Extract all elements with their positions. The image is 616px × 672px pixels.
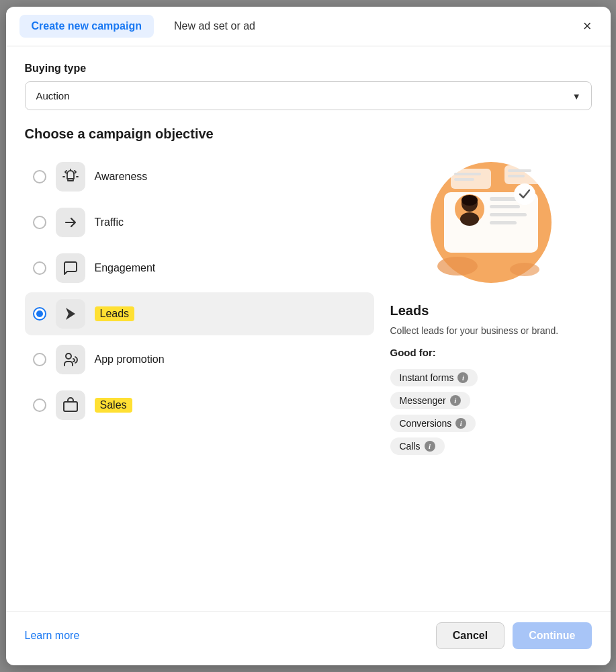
objective-leads[interactable]: Leads (25, 292, 374, 335)
close-button[interactable]: × (578, 16, 597, 36)
awareness-icon-box (56, 162, 85, 192)
content-area: Awareness Traffic (25, 155, 592, 455)
sales-icon-box (56, 390, 85, 420)
detail-description: Collect leads for your business or brand… (390, 325, 592, 336)
tag-calls[interactable]: Calls i (390, 437, 445, 455)
objective-sales[interactable]: Sales (25, 384, 374, 427)
radio-engagement[interactable] (33, 261, 46, 275)
info-icon-instant-forms[interactable]: i (457, 372, 468, 383)
info-icon-conversions[interactable]: i (455, 418, 466, 429)
modal-footer: Learn more Cancel Continue (6, 611, 611, 665)
leads-icon (62, 306, 79, 322)
radio-app-promotion[interactable] (33, 353, 46, 366)
tag-calls-label: Calls (400, 441, 421, 452)
app-promotion-label: App promotion (95, 353, 165, 366)
svg-rect-12 (490, 221, 517, 224)
continue-button[interactable]: Continue (513, 622, 591, 649)
campaign-modal: Create new campaign New ad set or ad × B… (6, 7, 611, 665)
traffic-label: Traffic (95, 216, 124, 228)
section-title: Choose a campaign objective (25, 126, 592, 142)
buying-type-select[interactable]: Auction Reach and Frequency (25, 81, 592, 110)
tab-create-campaign[interactable]: Create new campaign (19, 15, 155, 38)
cancel-button[interactable]: Cancel (436, 622, 504, 649)
engagement-icon-box (56, 253, 85, 283)
awareness-icon (62, 169, 79, 185)
svg-point-15 (510, 263, 539, 276)
traffic-icon-box (56, 208, 85, 237)
svg-point-1 (66, 353, 71, 359)
leads-label: Leads (95, 306, 135, 321)
sales-label: Sales (95, 398, 132, 413)
radio-leads[interactable] (33, 307, 46, 321)
svg-rect-20 (508, 169, 531, 172)
leads-icon-box (56, 299, 85, 329)
traffic-icon (62, 214, 79, 230)
app-promotion-icon (62, 351, 79, 368)
svg-point-8 (461, 195, 478, 206)
objective-engagement[interactable]: Engagement (25, 247, 374, 290)
svg-rect-2 (64, 402, 77, 411)
svg-marker-0 (66, 308, 75, 320)
tag-messenger-label: Messenger (400, 395, 446, 406)
buying-type-dropdown-wrapper: Auction Reach and Frequency ▼ (25, 81, 592, 110)
learn-more-link[interactable]: Learn more (25, 630, 80, 642)
radio-sales[interactable] (33, 398, 46, 412)
detail-title: Leads (390, 303, 592, 319)
awareness-label: Awareness (95, 171, 148, 183)
objective-awareness[interactable]: Awareness (25, 155, 374, 198)
tag-conversions[interactable]: Conversions i (390, 415, 476, 432)
engagement-label: Engagement (95, 262, 156, 274)
app-promotion-icon-box (56, 345, 85, 374)
tag-instant-forms[interactable]: Instant forms i (390, 369, 478, 386)
good-for-label: Good for: (390, 347, 592, 358)
objective-app-promotion[interactable]: App promotion (25, 338, 374, 381)
svg-rect-21 (508, 175, 525, 177)
info-icon-messenger[interactable]: i (450, 395, 461, 406)
tag-messenger[interactable]: Messenger i (390, 392, 470, 409)
objective-traffic[interactable]: Traffic (25, 201, 374, 244)
svg-point-13 (514, 183, 535, 205)
footer-buttons: Cancel Continue (436, 622, 592, 649)
svg-point-14 (437, 257, 478, 276)
buying-type-label: Buying type (25, 62, 592, 75)
info-icon-calls[interactable]: i (425, 441, 435, 452)
objectives-list: Awareness Traffic (25, 155, 374, 455)
svg-rect-17 (454, 173, 481, 175)
sales-icon (62, 397, 79, 413)
engagement-icon (62, 260, 79, 276)
svg-rect-18 (454, 178, 474, 181)
tab-new-ad-set[interactable]: New ad set or ad (162, 15, 267, 38)
detail-area: Leads Collect leads for your business or… (390, 155, 592, 455)
tags-list: Instant forms i Messenger i Conversions … (390, 369, 592, 455)
tag-conversions-label: Conversions (400, 418, 452, 429)
svg-rect-10 (490, 205, 520, 208)
radio-traffic[interactable] (33, 216, 46, 229)
radio-awareness[interactable] (33, 170, 46, 183)
svg-rect-11 (490, 213, 527, 216)
modal-body: Buying type Auction Reach and Frequency … (6, 46, 611, 611)
modal-header: Create new campaign New ad set or ad × (6, 7, 611, 46)
tag-instant-forms-label: Instant forms (400, 372, 454, 383)
leads-illustration (410, 155, 572, 290)
svg-point-7 (460, 212, 479, 226)
